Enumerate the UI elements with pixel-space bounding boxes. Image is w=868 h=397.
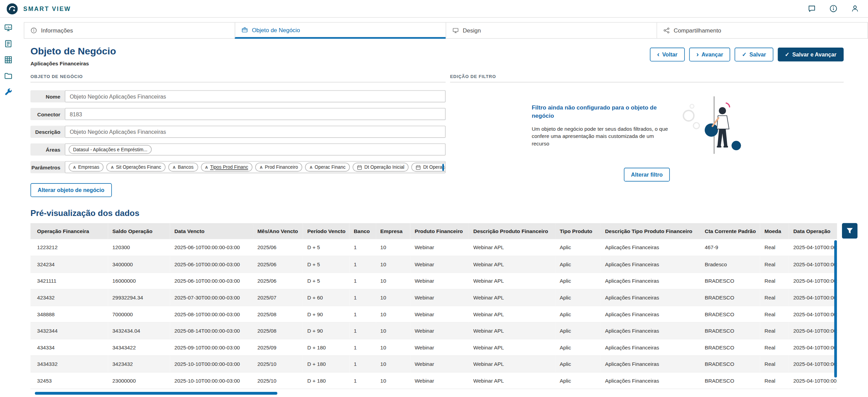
alterar-objeto-button[interactable]: Alterar objeto de negócio bbox=[30, 183, 112, 197]
column-header-empresa[interactable]: Empresa bbox=[376, 223, 410, 239]
table-cell: Real bbox=[760, 372, 789, 389]
table-cell: 32453 bbox=[30, 372, 108, 389]
chip-dt-operacao-final[interactable]: Dt Operação Final bbox=[411, 163, 446, 172]
table-cell: Webinar bbox=[410, 355, 469, 372]
table-cell: 2025-04-10T00:00:00-03:00 bbox=[789, 355, 837, 372]
app-window: SMART VIEW InformaçõesObjeto de NegócioD… bbox=[0, 0, 868, 397]
alterar-filtro-button[interactable]: Alterar filtro bbox=[624, 168, 670, 181]
column-header-produto-financeiro[interactable]: Produto Financeiro bbox=[410, 223, 469, 239]
column-header-tipo-produto[interactable]: Tipo Produto bbox=[555, 223, 601, 239]
table-cell: D + 180 bbox=[303, 372, 349, 389]
filter-funnel-button[interactable] bbox=[842, 223, 857, 239]
info-icon[interactable] bbox=[829, 4, 838, 13]
tab-design[interactable]: Design bbox=[446, 22, 657, 39]
column-header-periodo-vencto[interactable]: Período Vencto bbox=[303, 223, 349, 239]
table-cell: 467-9 bbox=[700, 239, 760, 256]
chip-prod-financeiro[interactable]: AProd Financeiro bbox=[255, 163, 303, 172]
table-cell: Webinar APL bbox=[469, 306, 555, 322]
table-cell: 2025-04-10T00:00:00-03:00 bbox=[789, 322, 837, 339]
table-cell: Aplicações Financeiras bbox=[601, 322, 700, 339]
table-cell: BRADESCO bbox=[700, 306, 760, 322]
table-cell: 423432 bbox=[30, 289, 108, 306]
horizontal-scrollbar[interactable] bbox=[35, 392, 277, 394]
table-cell: BRADESCO bbox=[700, 289, 760, 306]
table-cell: Real bbox=[760, 306, 789, 322]
column-header-operacao-financeira[interactable]: Operação Financeira bbox=[30, 223, 108, 239]
tab-objeto-de-negocio[interactable]: Objeto de Negócio bbox=[235, 22, 446, 39]
chip-sit-operacoes-financ[interactable]: ASit Operações Financ bbox=[106, 163, 166, 172]
chip-tipos-prod-financ[interactable]: ATipos Prod Financ bbox=[201, 163, 253, 172]
column-header-moeda[interactable]: Moeda bbox=[760, 223, 789, 239]
calendar-icon bbox=[357, 165, 362, 170]
column-header-data-vencto[interactable]: Data Vencto bbox=[170, 223, 253, 239]
table-cell: 2025-04-10T00:00:00-03:00 bbox=[789, 272, 837, 289]
table-cell: 1 bbox=[349, 306, 376, 322]
chip-bancos[interactable]: ABancos bbox=[168, 163, 198, 172]
chat-icon[interactable] bbox=[808, 4, 816, 13]
table-cell: 2025-04-10T00:00:00-03:00 bbox=[789, 372, 837, 389]
table-cell: 10 bbox=[376, 372, 410, 389]
table-cell: D + 180 bbox=[303, 339, 349, 356]
reports-icon[interactable] bbox=[4, 39, 13, 48]
check-icon: ✓ bbox=[742, 52, 747, 57]
user-icon[interactable] bbox=[851, 4, 859, 13]
table-cell: 2025-08-10T00:00:00-03:00 bbox=[170, 306, 253, 322]
table-cell: 2025/08 bbox=[253, 322, 303, 339]
chip-dt-operacao-inicial[interactable]: Dt Operação Inicial bbox=[353, 163, 409, 172]
totvs-logo bbox=[7, 3, 17, 14]
field-label: Parâmetros bbox=[30, 161, 65, 174]
table-cell: 2025-04-10T00:00:00-03:00 bbox=[789, 289, 837, 306]
table-cell: 2025/10 bbox=[253, 355, 303, 372]
chips-scrollbar[interactable] bbox=[442, 164, 444, 171]
business-object-form: NomeConectorDescriçãoÁreasDatasul - Apli… bbox=[30, 90, 446, 174]
column-header-data-operacao[interactable]: Data Operação bbox=[789, 223, 837, 239]
chip-empresas[interactable]: AEmpresas bbox=[69, 163, 104, 172]
column-header-cta-corrente-padrao[interactable]: Cta Corrente Padrão bbox=[700, 223, 760, 239]
table-cell: 2025-10-10T00:00:00-03:00 bbox=[170, 355, 253, 372]
table-cell: 2025-06-10T00:00:00-03:00 bbox=[170, 256, 253, 272]
salvar-e-avancar-button[interactable]: ✓Salvar e Avançar bbox=[778, 48, 844, 61]
table-cell: Real bbox=[760, 355, 789, 372]
column-header-banco[interactable]: Banco bbox=[349, 223, 376, 239]
column-header-descricao-produto-financeiro[interactable]: Descrição Produto Financeiro bbox=[469, 223, 555, 239]
tools-icon[interactable] bbox=[4, 88, 13, 97]
table-cell: 1 bbox=[349, 372, 376, 389]
dashboards-icon[interactable] bbox=[4, 23, 13, 32]
table-cell: 2025/06 bbox=[253, 272, 303, 289]
chip-operac-financ[interactable]: AOperac Financ bbox=[305, 163, 350, 172]
table-cell: 1 bbox=[349, 322, 376, 339]
table-cell: Aplicações Financeiras bbox=[601, 272, 700, 289]
table-cell: BRADESCO bbox=[700, 272, 760, 289]
field-input-conector[interactable] bbox=[65, 108, 446, 120]
text-type-icon: A bbox=[173, 165, 176, 169]
text-type-icon: A bbox=[260, 165, 263, 169]
field-chips-parametros: AEmpresasASit Operações FinancABancosATi… bbox=[65, 161, 446, 174]
avancar-button[interactable]: ›Avançar bbox=[689, 48, 730, 61]
salvar-button[interactable]: ✓Salvar bbox=[735, 48, 773, 61]
table-cell: Webinar bbox=[410, 339, 469, 356]
tab-compartilhamento[interactable]: Compartilhamento bbox=[656, 22, 868, 39]
column-header-saldo-operacao[interactable]: Saldo Operação bbox=[108, 223, 170, 239]
data-grid-icon[interactable] bbox=[4, 55, 13, 64]
table-cell: 3423432 bbox=[108, 355, 170, 372]
table-cell: Aplic bbox=[555, 272, 601, 289]
table-cell: 324234 bbox=[30, 256, 108, 272]
preview-grid: Operação FinanceiraSaldo OperaçãoData Ve… bbox=[30, 223, 837, 396]
preview-title: Pré-visualização dos dados bbox=[30, 208, 868, 217]
vertical-scrollbar[interactable] bbox=[834, 240, 837, 377]
column-header-mes-ano-vencto[interactable]: Mês/Ano Vencto bbox=[253, 223, 303, 239]
tab-informacoes[interactable]: Informações bbox=[24, 22, 235, 39]
table-cell: 1 bbox=[349, 239, 376, 256]
table-cell: 1 bbox=[349, 256, 376, 272]
field-input-nome[interactable] bbox=[65, 90, 446, 103]
table-row: 32423434000002025-06-10T00:00:00-03:0020… bbox=[30, 256, 837, 272]
voltar-button[interactable]: ‹Voltar bbox=[650, 48, 685, 61]
column-header-descricao-tipo-produto-financeiro[interactable]: Descrição Tipo Produto Financeiro bbox=[601, 223, 700, 239]
table-cell: Aplicações Financeiras bbox=[601, 306, 700, 322]
check-icon: ✓ bbox=[785, 52, 790, 57]
table-cell: 2025-08-14T00:00:00-03:00 bbox=[170, 322, 253, 339]
chip-datasul-aplicacoes-e-emprestim[interactable]: Datasul - Aplicações e Empréstim... bbox=[69, 145, 152, 154]
field-input-descricao[interactable] bbox=[65, 126, 446, 138]
chip-label: Datasul - Aplicações e Empréstim... bbox=[73, 147, 147, 152]
folders-icon[interactable] bbox=[4, 72, 13, 80]
